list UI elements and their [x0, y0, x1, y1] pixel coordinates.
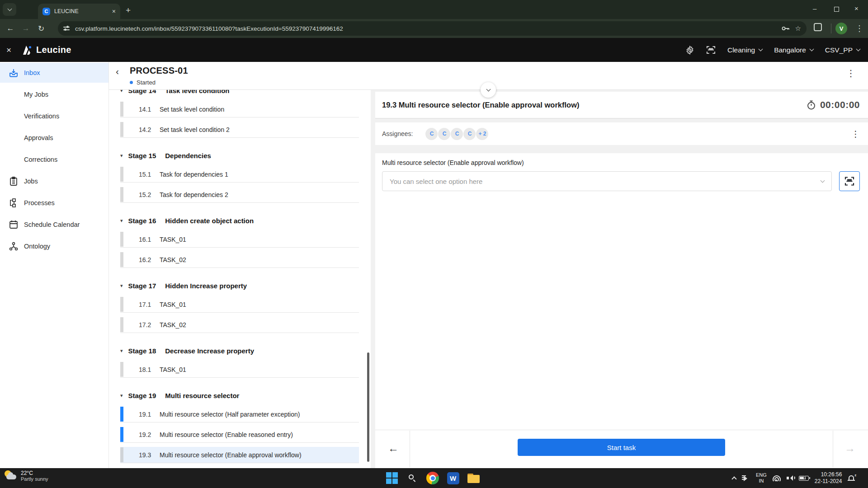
- taskbar-search-icon[interactable]: [406, 471, 419, 485]
- sidebar-item-jobs[interactable]: Jobs: [0, 171, 108, 191]
- process-menu-icon[interactable]: ⋮: [846, 68, 855, 79]
- sidebar-item-verifications[interactable]: Verifications: [0, 106, 108, 126]
- chrome-app-icon[interactable]: [426, 471, 439, 485]
- browser-profile-avatar[interactable]: V: [835, 23, 847, 34]
- sidebar-item-my-jobs[interactable]: My Jobs: [0, 84, 108, 104]
- task-id: 16.1: [139, 236, 154, 243]
- assignee-avatar-overflow[interactable]: + 2: [476, 128, 488, 140]
- extensions-icon[interactable]: [814, 23, 822, 31]
- task-name: Multi resource selector (Half parameter …: [160, 411, 300, 418]
- task-row[interactable]: 19.1Multi resource selector (Half parame…: [120, 406, 359, 422]
- task-row[interactable]: 17.2TASK_02: [120, 317, 359, 333]
- stage-header[interactable]: ▾ Stage 19 Multi resource selector: [120, 389, 359, 402]
- task-id: 19.3: [139, 451, 154, 459]
- scan-resource-button[interactable]: [839, 171, 860, 191]
- caret-down-icon: ▾: [120, 348, 123, 354]
- assignee-avatar[interactable]: C: [425, 128, 438, 140]
- language-indicator[interactable]: ENG IN: [756, 472, 767, 484]
- use-case-dropdown[interactable]: Cleaning: [727, 46, 762, 54]
- stage-header[interactable]: ▾ Stage 15 Dependencies: [120, 149, 359, 162]
- sidebar-item-schedule-calendar[interactable]: Schedule Calendar: [0, 215, 108, 235]
- stage-panel-scrollbar[interactable]: [367, 352, 369, 462]
- task-id: 15.2: [139, 191, 154, 198]
- tab-close-icon[interactable]: ×: [112, 8, 116, 15]
- browser-menu-icon[interactable]: ⋮: [855, 23, 863, 33]
- tray-news-icon[interactable]: [742, 475, 750, 481]
- battery-icon[interactable]: [799, 476, 809, 481]
- facility-dropdown[interactable]: Bangalore: [774, 46, 813, 54]
- stage-section: ▾ Stage 16 Hidden create object action 1…: [120, 214, 359, 268]
- word-app-icon[interactable]: W: [446, 471, 460, 485]
- sidebar-item-processes[interactable]: Processes: [0, 193, 108, 213]
- previous-task-arrow[interactable]: ←: [388, 442, 399, 455]
- task-state-bar: [120, 427, 123, 442]
- task-row[interactable]: 19.2Multi resource selector (Enable reas…: [120, 427, 359, 443]
- window-maximize-button[interactable]: [834, 7, 839, 12]
- collapse-panel-chevron-button[interactable]: [481, 82, 496, 98]
- process-back-icon[interactable]: ‹: [116, 66, 119, 77]
- taskbar-weather-widget[interactable]: 22°C Partly sunny: [4, 470, 48, 482]
- wifi-icon[interactable]: [773, 475, 781, 481]
- volume-icon[interactable]: [787, 475, 793, 481]
- stage-header[interactable]: ▾ Stage 14 Task level condition: [120, 90, 359, 97]
- task-id: 18.1: [139, 366, 154, 373]
- org-dropdown[interactable]: CSV_PP: [825, 46, 860, 54]
- browser-forward-icon[interactable]: →: [18, 24, 33, 33]
- file-explorer-icon[interactable]: [467, 471, 480, 485]
- task-row[interactable]: 16.1TASK_01: [120, 231, 359, 248]
- stage-header[interactable]: ▾ Stage 18 Decrease Increase property: [120, 344, 359, 357]
- clock-time: 10:26:56: [815, 471, 842, 478]
- taskbar-clock[interactable]: 10:26:56 22-11-2024: [815, 471, 842, 485]
- sidebar-item-ontology[interactable]: Ontology: [0, 236, 108, 256]
- assignee-avatar[interactable]: C: [463, 128, 476, 140]
- address-bar[interactable]: csv.platform.leucinetech.com/inbox/55923…: [58, 21, 807, 36]
- scan-code-icon[interactable]: [706, 45, 716, 55]
- tray-overflow-chevron-icon[interactable]: [731, 476, 736, 481]
- stage-name: Dependencies: [165, 152, 211, 160]
- resource-select-input[interactable]: You can select one option here: [382, 171, 832, 191]
- caret-down-icon: ▾: [120, 153, 123, 159]
- task-row[interactable]: 18.1TASK_01: [120, 361, 359, 378]
- process-status: Started: [130, 79, 156, 86]
- browser-reload-icon[interactable]: ↻: [33, 24, 49, 33]
- task-state-bar: [120, 447, 123, 462]
- assignee-avatar[interactable]: C: [438, 128, 450, 140]
- bookmark-star-icon[interactable]: ☆: [795, 24, 801, 33]
- task-state-bar: [120, 317, 123, 332]
- action-bar-divider: [833, 431, 833, 467]
- window-minimize-button[interactable]: –: [813, 5, 816, 12]
- sidebar-item-inbox[interactable]: Inbox: [0, 63, 108, 83]
- notification-bell-icon[interactable]: z: [848, 474, 855, 482]
- window-close-button[interactable]: ×: [854, 5, 859, 12]
- app-close-icon[interactable]: ×: [6, 45, 11, 55]
- next-task-arrow[interactable]: →: [844, 442, 855, 455]
- url-text[interactable]: csv.platform.leucinetech.com/inbox/55923…: [75, 25, 776, 32]
- task-row[interactable]: 15.1Task for dependencies 1: [120, 166, 359, 183]
- start-task-button[interactable]: Start task: [518, 439, 725, 456]
- browser-back-icon[interactable]: ←: [3, 24, 18, 33]
- stage-header[interactable]: ▾ Stage 16 Hidden create object action: [120, 214, 359, 227]
- task-row[interactable]: 14.2Set task level condition 2: [120, 122, 359, 138]
- task-row-selected[interactable]: 19.3Multi resource selector (Enable appr…: [120, 447, 359, 463]
- task-timer: 00:00:00: [807, 99, 860, 110]
- settings-gear-icon[interactable]: [685, 46, 694, 55]
- sidebar-item-approvals[interactable]: Approvals: [0, 128, 108, 148]
- task-row[interactable]: 17.1TASK_01: [120, 296, 359, 313]
- task-row[interactable]: 14.1Set task level condition: [120, 101, 359, 117]
- sidebar-item-corrections[interactable]: Corrections: [0, 150, 108, 169]
- new-tab-button[interactable]: +: [126, 5, 131, 15]
- tab-search-chevron-icon[interactable]: [3, 3, 16, 16]
- password-key-icon[interactable]: [782, 26, 790, 31]
- task-row[interactable]: 15.2Task for dependencies 2: [120, 187, 359, 203]
- browser-tab[interactable]: C LEUCINE ×: [38, 4, 120, 19]
- start-button-icon[interactable]: [385, 471, 399, 485]
- task-row[interactable]: 16.2TASK_02: [120, 252, 359, 268]
- task-id: 19.2: [139, 431, 154, 438]
- task-menu-icon[interactable]: ⋮: [851, 129, 860, 139]
- assignee-avatar[interactable]: C: [451, 128, 463, 140]
- sidebar-item-label: Inbox: [24, 69, 40, 76]
- site-settings-icon[interactable]: [63, 26, 70, 31]
- stage-header[interactable]: ▾ Stage 17 Hidden Increase property: [120, 279, 359, 292]
- task-name: TASK_02: [160, 321, 186, 328]
- stage-number: Stage 15: [128, 152, 156, 160]
